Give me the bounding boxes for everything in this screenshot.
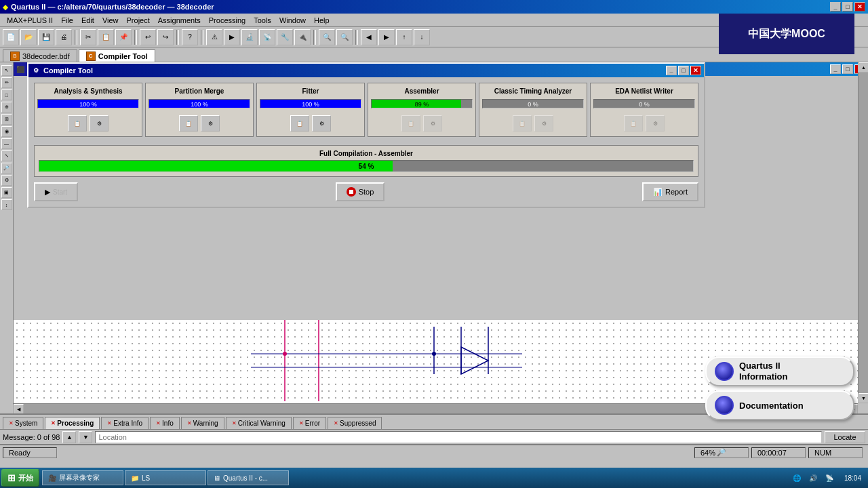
stage-analysis: Analysis & Synthesis 100 % 📋 ⚙ bbox=[34, 83, 142, 137]
title-bar: ◆ Quartus II — c:/altera/70/quartus/38de… bbox=[0, 0, 868, 14]
nav4[interactable]: ↓ bbox=[414, 29, 430, 45]
full-progress-bar: 54 % bbox=[39, 160, 694, 172]
open-button[interactable]: 📂 bbox=[20, 29, 37, 45]
tab-bdf-label: 38decoder.bdf bbox=[22, 52, 70, 60]
help-button[interactable]: ? bbox=[182, 29, 198, 45]
msg-up-button[interactable]: ▲ bbox=[62, 431, 76, 443]
redo-button[interactable]: ↪ bbox=[157, 29, 174, 45]
tab-extrainfo[interactable]: ✕ Extra Info bbox=[101, 417, 149, 429]
sidebar-btn-4[interactable]: ⊕ bbox=[1, 102, 12, 113]
sidebar-btn-8[interactable]: ⤡ bbox=[1, 150, 12, 161]
tray-time: 18:04 bbox=[842, 473, 864, 483]
menu-edit[interactable]: Edit bbox=[77, 15, 98, 26]
zoom-in[interactable]: 🔍 bbox=[319, 29, 335, 45]
sidebar-btn-7[interactable]: — bbox=[1, 138, 12, 149]
stage-fitter-report[interactable]: 📋 bbox=[290, 115, 309, 131]
sep1 bbox=[75, 30, 77, 45]
tab-bdf[interactable]: B 38decoder.bdf bbox=[3, 49, 77, 62]
taskbar-quartus[interactable]: 🖥 Quartus II - c... bbox=[208, 470, 289, 485]
new-button[interactable]: 📄 bbox=[3, 29, 19, 45]
menu-tools[interactable]: Tools bbox=[250, 15, 275, 26]
menu-assignments[interactable]: Assignments bbox=[154, 15, 205, 26]
scroll-track-v[interactable] bbox=[859, 73, 868, 393]
menu-window[interactable]: Window bbox=[275, 15, 310, 26]
location-input[interactable] bbox=[95, 431, 822, 443]
stage-fitter-title: Fitter bbox=[302, 87, 319, 95]
close-button[interactable]: ✕ bbox=[854, 2, 865, 12]
documentation-button[interactable]: Documentation bbox=[705, 390, 854, 420]
compiler-close[interactable]: ✕ bbox=[690, 66, 701, 75]
stage-eda-pct: 0 % bbox=[594, 100, 694, 108]
report-icon: 📊 bbox=[653, 188, 663, 197]
locate-button[interactable]: Locate bbox=[825, 431, 865, 443]
simulate-button[interactable]: 🔬 bbox=[241, 29, 258, 45]
nav1[interactable]: ◀ bbox=[361, 29, 377, 45]
sidebar-btn-12[interactable]: ↕ bbox=[1, 199, 12, 210]
sidebar-btn-5[interactable]: ⊞ bbox=[1, 114, 12, 125]
stage-analysis-settings[interactable]: ⚙ bbox=[90, 115, 108, 131]
sidebar-btn-1[interactable]: ↖ bbox=[1, 65, 12, 76]
taskbar-ls[interactable]: 📁 LS bbox=[125, 470, 206, 485]
menu-project[interactable]: Project bbox=[123, 15, 154, 26]
save-button[interactable]: 💾 bbox=[38, 29, 54, 45]
start-button[interactable]: ⊞ 开始 bbox=[1, 469, 39, 487]
paste-button[interactable]: 📌 bbox=[115, 29, 132, 45]
menu-help[interactable]: Help bbox=[310, 15, 334, 26]
tool6[interactable]: 🔌 bbox=[294, 29, 311, 45]
program-button[interactable]: 📡 bbox=[259, 29, 275, 45]
bdf-maximize[interactable]: □ bbox=[842, 64, 853, 74]
minimize-button[interactable]: _ bbox=[830, 2, 841, 12]
tab-compiler[interactable]: C Compiler Tool bbox=[79, 49, 155, 62]
scroll-down-button[interactable]: ▼ bbox=[859, 393, 868, 403]
nav3[interactable]: ↑ bbox=[396, 29, 412, 45]
msg-down-button[interactable]: ▼ bbox=[79, 431, 92, 443]
tab-suppressed[interactable]: ✕ Suppressed bbox=[328, 417, 382, 429]
sidebar-btn-9[interactable]: 🔎 bbox=[1, 163, 12, 174]
stage-partition-settings[interactable]: ⚙ bbox=[201, 115, 220, 131]
tab-warning[interactable]: ✕ Warning bbox=[181, 417, 224, 429]
scroll-left-button[interactable]: ◀ bbox=[14, 404, 24, 413]
taskbar-recorder[interactable]: 🎥 屏幕录像专家 bbox=[42, 470, 123, 485]
menu-view[interactable]: View bbox=[98, 15, 123, 26]
maximize-button[interactable]: □ bbox=[842, 2, 853, 12]
stage-fitter: Fitter 100 % 📋 ⚙ bbox=[256, 83, 365, 137]
sidebar-btn-3[interactable]: □ bbox=[1, 89, 12, 100]
stop-button[interactable]: Stop bbox=[336, 182, 385, 201]
tab-processing[interactable]: ✕ Processing bbox=[45, 417, 100, 429]
sidebar-btn-6[interactable]: ◉ bbox=[1, 126, 12, 137]
copy-button[interactable]: 📋 bbox=[98, 29, 114, 45]
quartus-info-button[interactable]: Quartus II Information bbox=[705, 357, 854, 386]
compiler-minimize[interactable]: _ bbox=[666, 66, 677, 75]
undo-button[interactable]: ↩ bbox=[140, 29, 156, 45]
stage-analysis-report[interactable]: 📋 bbox=[68, 115, 87, 131]
stage-analysis-pct: 100 % bbox=[38, 100, 138, 108]
zoom-out[interactable]: 🔍 bbox=[336, 29, 353, 45]
cut-button[interactable]: ✂ bbox=[80, 29, 96, 45]
tab-system[interactable]: ✕ System bbox=[3, 417, 43, 429]
menu-maxplus[interactable]: MAX+PLUS II bbox=[3, 15, 57, 26]
stop-square bbox=[349, 190, 353, 194]
sidebar-btn-11[interactable]: ▣ bbox=[1, 187, 12, 198]
tab-bdf-icon: B bbox=[10, 52, 20, 61]
report-button[interactable]: 📊 Report bbox=[642, 182, 698, 201]
tool5[interactable]: 🔧 bbox=[277, 29, 293, 45]
title-bar-buttons: _ □ ✕ bbox=[830, 2, 865, 12]
compile-button[interactable]: ▶ bbox=[224, 29, 240, 45]
sidebar-btn-2[interactable]: ✏ bbox=[1, 77, 12, 88]
warning-button[interactable]: ⚠ bbox=[206, 29, 222, 45]
tab-info[interactable]: ✕ Info bbox=[150, 417, 180, 429]
tab-error[interactable]: ✕ Error bbox=[293, 417, 326, 429]
sidebar-btn-10[interactable]: ⚙ bbox=[1, 175, 12, 186]
stage-eda: EDA Netlist Writer 0 % 📋 ⚙ bbox=[590, 83, 698, 137]
scroll-up-button[interactable]: ▲ bbox=[859, 62, 868, 73]
compiler-maximize[interactable]: □ bbox=[678, 66, 689, 75]
bdf-minimize[interactable]: _ bbox=[830, 64, 841, 74]
tab-critical[interactable]: ✕ Critical Warning bbox=[226, 417, 292, 429]
nav2[interactable]: ▶ bbox=[378, 29, 395, 45]
start-button[interactable]: ▶ Start bbox=[34, 182, 78, 201]
menu-file[interactable]: File bbox=[57, 15, 77, 26]
stage-fitter-settings[interactable]: ⚙ bbox=[312, 115, 331, 131]
menu-processing[interactable]: Processing bbox=[205, 15, 250, 26]
stage-partition-report[interactable]: 📋 bbox=[179, 115, 198, 131]
print-button[interactable]: 🖨 bbox=[56, 29, 72, 45]
